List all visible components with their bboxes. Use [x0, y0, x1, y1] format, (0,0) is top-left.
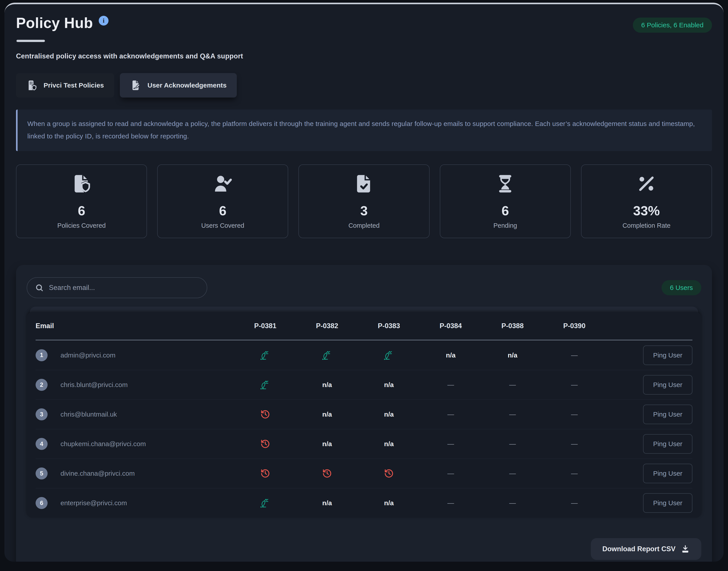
stat-label: Users Covered	[201, 222, 244, 229]
row-number-badge: 6	[35, 497, 48, 509]
stat-label: Completion Rate	[622, 222, 670, 229]
status-not-assigned: —	[447, 470, 454, 477]
policy-hub-page: Policy Hub Centralised policy access wit…	[4, 3, 724, 562]
info-callout: When a group is assigned to read and ack…	[16, 110, 712, 151]
ping-user-button[interactable]: Ping User	[643, 464, 693, 483]
stat-card-users-covered: 6Users Covered	[157, 164, 288, 238]
file-check-icon	[354, 173, 374, 194]
page-title: Policy Hub	[16, 14, 93, 31]
percent-icon	[636, 173, 657, 194]
stat-label: Completed	[348, 222, 380, 229]
table-row: 1admin@privci.comn/an/a—Ping User	[35, 340, 693, 370]
document-pen-icon	[130, 80, 142, 91]
stat-card-completed: 3Completed	[298, 164, 429, 238]
status-na: n/a	[322, 381, 332, 388]
ping-user-button[interactable]: Ping User	[643, 405, 693, 424]
column-header-p-0382: P-0382	[296, 322, 358, 330]
column-header-p-0384: P-0384	[420, 322, 482, 330]
row-number-badge: 3	[35, 409, 48, 420]
status-not-assigned: —	[509, 499, 516, 507]
table-row: 4chupkemi.chana@privci.comn/an/a———Ping …	[35, 429, 693, 459]
stat-value: 6	[502, 203, 509, 218]
page-subtitle: Centralised policy access with acknowled…	[16, 52, 243, 60]
tab-privci-test-policies[interactable]: Privci Test Policies	[16, 73, 114, 98]
signature-acknowledged-icon	[260, 350, 271, 361]
stat-value: 33%	[633, 203, 660, 218]
download-icon	[681, 545, 690, 553]
policies-enabled-badge: 6 Policies, 6 Enabled	[633, 18, 712, 33]
status-not-assigned: —	[447, 499, 454, 507]
row-number-badge: 5	[35, 467, 48, 479]
column-header-p-0390: P-0390	[543, 322, 605, 330]
status-not-assigned: —	[571, 499, 578, 507]
signature-acknowledged-icon	[260, 379, 271, 390]
column-header-email: Email	[35, 322, 235, 330]
info-icon[interactable]	[99, 16, 108, 25]
table-row: 5divine.chana@privci.com———Ping User	[35, 459, 693, 488]
ping-user-button[interactable]: Ping User	[643, 375, 693, 394]
ping-user-button[interactable]: Ping User	[643, 493, 693, 513]
tab-label: Privci Test Policies	[43, 82, 104, 89]
status-na: n/a	[384, 499, 393, 507]
status-not-assigned: —	[571, 411, 578, 418]
user-check-icon	[212, 173, 233, 194]
status-na: n/a	[446, 351, 455, 359]
status-not-assigned: —	[509, 470, 516, 477]
status-na: n/a	[384, 411, 393, 418]
pending-history-icon	[260, 469, 270, 478]
acknowledgements-card: 6 Users EmailP-0381P-0382P-0383P-0384P-0…	[16, 265, 712, 562]
page-header: Policy Hub Centralised policy access wit…	[16, 14, 712, 60]
search-input[interactable]	[27, 277, 207, 298]
search-icon	[35, 283, 43, 292]
tab-bar: Privci Test PoliciesUser Acknowledgement…	[16, 73, 712, 98]
status-not-assigned: —	[447, 381, 454, 388]
user-email: divine.chana@privci.com	[61, 470, 135, 477]
building-shield-icon	[26, 80, 38, 91]
status-na: n/a	[322, 440, 332, 448]
stat-card-policies-covered: 6Policies Covered	[16, 164, 147, 238]
status-not-assigned: —	[447, 440, 454, 448]
user-email: enterprise@privci.com	[61, 499, 127, 507]
users-count-badge: 6 Users	[661, 280, 701, 295]
file-shield-icon	[71, 173, 92, 194]
status-not-assigned: —	[509, 440, 516, 448]
status-not-assigned: —	[571, 470, 578, 477]
stat-label: Pending	[493, 222, 517, 229]
user-email: chris@bluntmail.uk	[61, 411, 117, 418]
stat-value: 6	[219, 203, 226, 218]
stat-label: Policies Covered	[57, 222, 106, 229]
pending-history-icon	[260, 439, 270, 449]
tab-user-acknowledgements[interactable]: User Acknowledgements	[120, 73, 237, 98]
user-email: chupkemi.chana@privci.com	[61, 440, 146, 448]
signature-acknowledged-icon	[383, 350, 394, 361]
column-header-p-0381: P-0381	[235, 322, 296, 330]
user-email: chris.blunt@privci.com	[61, 381, 127, 388]
acknowledgement-table: EmailP-0381P-0382P-0383P-0384P-0388P-039…	[27, 312, 701, 518]
status-na: n/a	[384, 440, 393, 448]
column-header-p-0388: P-0388	[482, 322, 543, 330]
table-row: 3chris@bluntmail.ukn/an/a———Ping User	[35, 399, 693, 429]
status-na: n/a	[384, 381, 393, 388]
pending-history-icon	[260, 410, 270, 419]
status-na: n/a	[508, 351, 517, 359]
status-not-assigned: —	[509, 381, 516, 388]
status-not-assigned: —	[571, 351, 578, 359]
pending-history-icon	[322, 469, 332, 478]
ping-user-button[interactable]: Ping User	[643, 345, 693, 365]
column-header-p-0383: P-0383	[358, 322, 420, 330]
user-email: admin@privci.com	[61, 351, 115, 359]
stat-card-completion-rate: 33%Completion Rate	[581, 164, 712, 238]
signature-acknowledged-icon	[322, 350, 333, 361]
search-box	[27, 277, 207, 298]
tab-label: User Acknowledgements	[148, 82, 226, 89]
status-not-assigned: —	[571, 440, 578, 448]
stat-value: 3	[360, 203, 368, 218]
ping-user-button[interactable]: Ping User	[643, 434, 693, 454]
stat-card-pending: 6Pending	[440, 164, 571, 238]
pending-history-icon	[384, 469, 394, 478]
hourglass-icon	[495, 173, 516, 194]
title-underline	[16, 40, 45, 42]
table-wrapper: EmailP-0381P-0382P-0383P-0384P-0388P-039…	[27, 312, 701, 518]
download-report-csv-button[interactable]: Download Report CSV	[591, 538, 701, 560]
row-number-badge: 2	[35, 379, 48, 391]
